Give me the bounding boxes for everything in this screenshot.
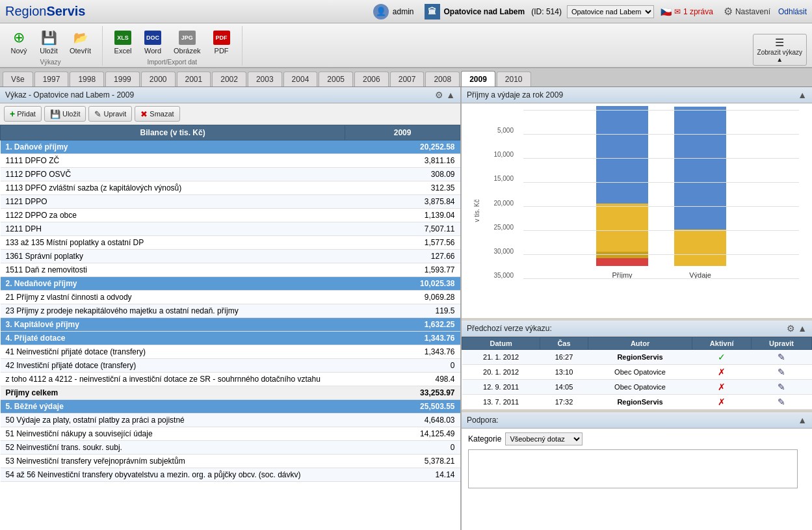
year-tab-1999[interactable]: 1999 — [105, 72, 140, 86]
year-tab-2006[interactable]: 2006 — [354, 72, 389, 86]
plus-icon: + — [10, 109, 15, 119]
version-aktivni: ✗ — [692, 395, 752, 410]
table-row[interactable]: 1211 DPH7,507.11 — [1, 222, 460, 236]
support-collapse-icon[interactable]: ▲ — [798, 415, 807, 425]
stacked-bar-0[interactable] — [596, 106, 648, 266]
kategorie-select[interactable]: Všeobecný dotazTechnická podporaJiné — [505, 432, 583, 445]
versions-settings-icon[interactable]: ⚙ — [787, 323, 795, 334]
table-row[interactable]: 1511 Daň z nemovitosti1,593.77 — [1, 263, 460, 277]
group2-label: Import/Export dat — [109, 59, 235, 66]
table-row[interactable]: 4. Přijaté dotace1,343.76 — [1, 332, 460, 345]
table-row[interactable]: 51 Neinvestiční nákupy a související úda… — [1, 427, 460, 441]
support-textarea[interactable] — [468, 449, 798, 488]
year-tab-2000[interactable]: 2000 — [141, 72, 176, 86]
new-button[interactable]: ⊕ Nový — [5, 26, 33, 57]
row-name: z toho 4112 a 4212 - neinvestiční a inve… — [1, 373, 345, 386]
settings-link[interactable]: ⚙ Nastavení — [724, 5, 770, 18]
pridat-button[interactable]: + Přidat — [4, 106, 42, 122]
show-reports-button[interactable]: ☰ Zobrazit výkazy ▲ — [753, 34, 807, 66]
table-row[interactable]: 3. Kapitálové příjmy1,632.25 — [1, 318, 460, 332]
year-tab-2007[interactable]: 2007 — [390, 72, 425, 86]
support-inner: Kategorie Všeobecný dotazTechnická podpo… — [462, 429, 812, 494]
table-row[interactable]: 41 Neinvestiční přijaté dotace (transfer… — [1, 345, 460, 359]
version-upravit[interactable]: ✎ — [752, 395, 812, 410]
edit-version-icon[interactable]: ✎ — [778, 352, 785, 362]
ulozit-button[interactable]: 💾 Uložit — [44, 106, 86, 122]
aktivni-icon: ✗ — [718, 397, 726, 407]
user-icon: 👤 — [373, 4, 389, 20]
version-datum: 12. 9. 2011 — [462, 380, 540, 395]
bar-segment — [674, 230, 726, 266]
pdf-button[interactable]: PDF PDF — [208, 26, 235, 57]
table-row[interactable]: 1121 DPPO3,875.84 — [1, 195, 460, 209]
versions-row[interactable]: 12. 9. 2011 14:05 Obec Opatovice ✗ ✎ — [462, 380, 812, 395]
table-row[interactable]: 21 Příjmy z vlastní činnosti a odvody9,0… — [1, 291, 460, 304]
version-upravit[interactable]: ✎ — [752, 380, 812, 395]
excel-button[interactable]: XLS Excel — [109, 26, 137, 57]
edit-version-icon[interactable]: ✎ — [778, 382, 785, 392]
year-tab-1997[interactable]: 1997 — [34, 72, 69, 86]
versions-row[interactable]: 13. 7. 2011 17:32 RegionServis ✗ ✎ — [462, 395, 812, 410]
year-tab-1998[interactable]: 1998 — [70, 72, 104, 86]
word-button[interactable]: DOC Word — [139, 26, 166, 57]
year-tab-2009[interactable]: 2009 — [461, 71, 495, 86]
table-row[interactable]: 23 Příjmy z prodeje nekapitálového majet… — [1, 304, 460, 318]
version-upravit[interactable]: ✎ — [752, 365, 812, 380]
smazat-button[interactable]: ✖ Smazat — [135, 106, 179, 122]
chart-collapse-icon[interactable]: ▲ — [798, 90, 807, 100]
table-row[interactable]: 1122 DPPO za obce1,139.04 — [1, 209, 460, 222]
table-row[interactable]: 54 až 56 Neinvestiční transfery obyvatel… — [1, 468, 460, 482]
table-row[interactable]: 52 Neinvestiční trans. soukr. subj.0 — [1, 441, 460, 455]
logo-region: Region — [5, 4, 46, 18]
year-tab-2008[interactable]: 2008 — [425, 72, 460, 86]
year-tab-2010[interactable]: 2010 — [497, 72, 531, 86]
y-axis-label: 10,000 — [488, 151, 514, 158]
year-tab-2004[interactable]: 2004 — [283, 72, 318, 86]
table-row[interactable]: 42 Investiční přijaté dotace (transfery)… — [1, 359, 460, 373]
row-name: 53 Neinvestiční transfery veřejnoprávním… — [1, 455, 345, 468]
versions-row[interactable]: 21. 1. 2012 16:27 RegionServis ✓ ✎ — [462, 350, 812, 365]
row-value: 4,648.03 — [345, 414, 460, 427]
table-row[interactable]: 1113 DPFO zvláštní sazba (z kapitálových… — [1, 181, 460, 195]
location-select[interactable]: Opatovice nad Labem — [567, 5, 654, 18]
edit-version-icon[interactable]: ✎ — [778, 397, 785, 407]
table-row[interactable]: Příjmy celkem33,253.97 — [1, 386, 460, 400]
open-button[interactable]: 📂 Otevřít — [65, 26, 96, 57]
versions-collapse-icon[interactable]: ▲ — [798, 323, 807, 334]
save-button[interactable]: 💾 Uložit — [35, 26, 62, 57]
data-table: Bilance (v tis. Kč) 2009 1. Daňové příjm… — [0, 125, 460, 530]
edit-version-icon[interactable]: ✎ — [778, 367, 785, 377]
versions-row[interactable]: 20. 1. 2012 13:10 Obec Opatovice ✗ ✎ — [462, 365, 812, 380]
table-row[interactable]: z toho 4112 a 4212 - neinvestiční a inve… — [1, 373, 460, 386]
table-row[interactable]: 53 Neinvestiční transfery veřejnoprávním… — [1, 455, 460, 468]
upravit-button[interactable]: ✎ Upravit — [88, 106, 132, 122]
table-row[interactable]: 2. Nedaňové příjmy10,025.38 — [1, 277, 460, 291]
year-tab-2005[interactable]: 2005 — [319, 72, 353, 86]
table-row[interactable]: 1112 DPFO OSVČ308.09 — [1, 168, 460, 181]
bar-segment — [596, 106, 648, 204]
settings-icon[interactable]: ⚙ — [435, 90, 443, 100]
year-tab-Vše[interactable]: Vše — [3, 72, 33, 86]
messages-label[interactable]: 1 zpráva — [683, 7, 713, 16]
year-tab-2002[interactable]: 2002 — [212, 72, 246, 86]
row-name: 54 až 56 Neinvestiční transfery obyvatel… — [1, 468, 345, 482]
messages-link[interactable]: ✉ 1 zpráva — [674, 7, 713, 16]
table-row[interactable]: 5. Běžné výdaje25,503.55 — [1, 400, 460, 414]
kategorie-label: Kategorie — [468, 434, 501, 444]
image-button[interactable]: JPG Obrázek — [169, 26, 205, 57]
aktivni-icon: ✗ — [718, 367, 726, 377]
table-row[interactable]: 50 Výdaje za platy, ostatní platby za pr… — [1, 414, 460, 427]
logout-link[interactable]: Odhlásit — [778, 7, 807, 16]
row-value: 498.4 — [345, 373, 460, 386]
year-tab-2003[interactable]: 2003 — [248, 72, 282, 86]
version-upravit[interactable]: ✎ — [752, 350, 812, 365]
stacked-bar-1[interactable] — [674, 107, 726, 266]
row-value: 25,503.55 — [345, 400, 460, 414]
table-row[interactable]: 1111 DPFO ZČ3,811.16 — [1, 154, 460, 168]
row-value: 0 — [345, 359, 460, 373]
table-row[interactable]: 133 až 135 Místní poplatky a ostatní DP1… — [1, 236, 460, 250]
year-tab-2001[interactable]: 2001 — [177, 72, 211, 86]
collapse-icon[interactable]: ▲ — [446, 90, 455, 100]
table-row[interactable]: 1361 Správní poplatky127.66 — [1, 250, 460, 263]
table-row[interactable]: 1. Daňové příjmy20,252.58 — [1, 140, 460, 154]
